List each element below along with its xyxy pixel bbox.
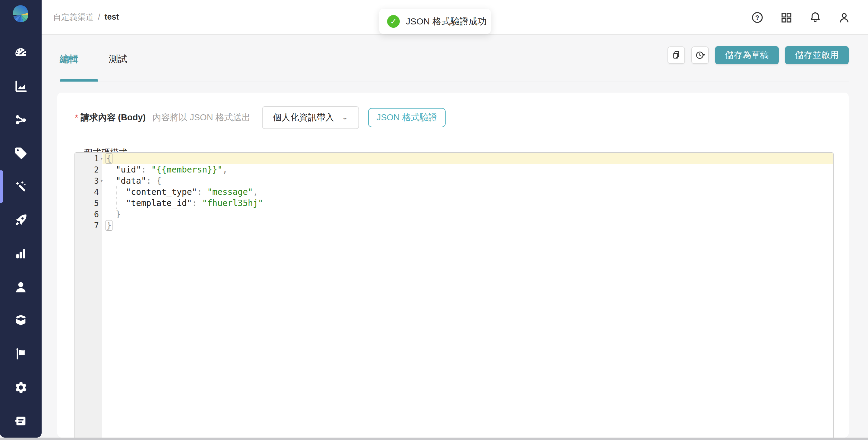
help-icon[interactable]: ? bbox=[751, 11, 764, 24]
line-number: 2 bbox=[75, 164, 102, 175]
user-profile-icon[interactable] bbox=[838, 11, 850, 24]
breadcrumb: 自定義渠道 / test bbox=[53, 12, 119, 23]
share-icon bbox=[14, 113, 28, 127]
sidebar bbox=[0, 0, 41, 438]
line-number: 1▾ bbox=[75, 153, 102, 164]
code-line[interactable]: "template_id": "fhuerl35hj" bbox=[102, 198, 833, 209]
success-toast: ✓ JSON 格式驗證成功 bbox=[379, 9, 491, 34]
sidebar-item-channels[interactable] bbox=[0, 103, 41, 136]
code-token: , bbox=[222, 165, 228, 175]
area-icon bbox=[14, 79, 28, 93]
code-token: } bbox=[105, 220, 113, 231]
sidebar-nav bbox=[0, 36, 41, 438]
history-button[interactable] bbox=[691, 47, 709, 64]
gauge-icon bbox=[14, 46, 28, 60]
logs-icon bbox=[14, 414, 28, 428]
json-code-editor[interactable]: 1▾23▾4567 { "uid": "{{membersn}}", "data… bbox=[74, 152, 834, 438]
wand-icon bbox=[14, 180, 28, 194]
flag-icon bbox=[14, 347, 28, 361]
code-token: "data" bbox=[116, 176, 146, 186]
sidebar-item-automation[interactable] bbox=[0, 170, 41, 203]
sidebar-item-campaigns[interactable] bbox=[0, 203, 41, 237]
line-number: 6 bbox=[75, 209, 102, 220]
sidebar-item-logs[interactable] bbox=[0, 404, 41, 438]
sidebar-item-members[interactable] bbox=[0, 270, 41, 304]
gear-icon bbox=[14, 381, 28, 394]
json-validate-button[interactable]: JSON 格式驗證 bbox=[368, 108, 445, 127]
code-token: { bbox=[105, 153, 113, 164]
sidebar-item-settings[interactable] bbox=[0, 371, 41, 404]
toolbar-actions: 儲存為草稿 儲存並啟用 bbox=[668, 46, 849, 64]
svg-text:?: ? bbox=[755, 13, 759, 21]
toast-message: JSON 格式驗證成功 bbox=[406, 16, 487, 28]
save-activate-button[interactable]: 儲存並啟用 bbox=[785, 46, 849, 64]
rocket-icon bbox=[14, 213, 28, 227]
code-token: "message" bbox=[207, 187, 253, 197]
code-line[interactable]: } bbox=[102, 209, 833, 220]
header-icons: ? bbox=[751, 0, 850, 35]
code-token: , bbox=[253, 187, 258, 197]
check-circle-icon: ✓ bbox=[387, 15, 400, 28]
required-mark: * bbox=[75, 113, 78, 123]
code-token: : bbox=[192, 198, 202, 208]
copy-button[interactable] bbox=[668, 47, 685, 64]
code-line[interactable]: { bbox=[102, 153, 833, 164]
code-token: } bbox=[105, 209, 121, 219]
tag-icon bbox=[14, 146, 28, 160]
copy-icon bbox=[671, 50, 681, 60]
content-card: * 請求內容 (Body) 內容將以 JSON 格式送出 個人化資訊帶入 ⌄ J… bbox=[57, 93, 849, 438]
editor-content[interactable]: { "uid": "{{membersn}}", "data": { "cont… bbox=[102, 153, 833, 231]
code-line[interactable]: "uid": "{{membersn}}", bbox=[102, 164, 833, 175]
logo-icon bbox=[11, 2, 30, 25]
code-token bbox=[105, 176, 116, 186]
tabs-row: 編輯 測試 儲存為草稿 儲存並啟用 bbox=[41, 35, 868, 83]
dropdown-value: 個人化資訊帶入 bbox=[273, 112, 334, 124]
notifications-bell-icon[interactable] bbox=[809, 11, 822, 24]
sidebar-item-dashboard[interactable] bbox=[0, 36, 41, 69]
code-token: : bbox=[141, 165, 151, 175]
bars-icon bbox=[14, 247, 28, 261]
chevron-down-icon: ⌄ bbox=[342, 114, 348, 121]
code-token bbox=[105, 198, 126, 208]
indent-guide bbox=[116, 186, 117, 198]
code-token: "content_type" bbox=[126, 187, 197, 197]
body-field-row: * 請求內容 (Body) 內容將以 JSON 格式送出 個人化資訊帶入 ⌄ J… bbox=[75, 106, 445, 129]
window-bottom-strip bbox=[0, 438, 868, 440]
package-icon bbox=[14, 314, 28, 327]
save-draft-button[interactable]: 儲存為草稿 bbox=[715, 46, 779, 64]
code-token: : bbox=[197, 187, 207, 197]
apps-grid-icon[interactable] bbox=[780, 11, 793, 24]
sidebar-item-reports[interactable] bbox=[0, 237, 41, 270]
breadcrumb-section[interactable]: 自定義渠道 bbox=[53, 12, 94, 23]
sidebar-item-goals[interactable] bbox=[0, 337, 41, 371]
sidebar-item-products[interactable] bbox=[0, 304, 41, 337]
line-number: 5 bbox=[75, 198, 102, 209]
breadcrumb-current: test bbox=[104, 12, 119, 22]
indent-guide bbox=[116, 198, 117, 209]
editor-gutter: 1▾23▾4567 bbox=[75, 153, 102, 438]
person-icon bbox=[14, 280, 28, 294]
code-token bbox=[105, 165, 116, 175]
sidebar-item-analytics[interactable] bbox=[0, 69, 41, 103]
history-clock-icon bbox=[695, 50, 705, 60]
code-token: : { bbox=[146, 176, 162, 186]
code-line[interactable]: } bbox=[102, 220, 833, 231]
code-token bbox=[105, 187, 126, 197]
code-token: "{{membersn}}" bbox=[151, 165, 222, 175]
tab-edit[interactable]: 編輯 bbox=[60, 53, 79, 74]
line-number: 7 bbox=[75, 220, 102, 231]
app-logo[interactable] bbox=[0, 0, 41, 27]
breadcrumb-separator: / bbox=[98, 12, 100, 22]
code-line[interactable]: "data": { bbox=[102, 175, 833, 186]
field-label: 請求內容 (Body) bbox=[81, 112, 146, 124]
code-line[interactable]: "content_type": "message", bbox=[102, 186, 833, 198]
code-token: "uid" bbox=[116, 165, 141, 175]
code-token: "fhuerl35hj" bbox=[202, 198, 263, 208]
field-hint: 內容將以 JSON 格式送出 bbox=[152, 112, 250, 124]
line-number: 4 bbox=[75, 186, 102, 198]
code-token: "template_id" bbox=[126, 198, 192, 208]
tab-test[interactable]: 測試 bbox=[108, 53, 127, 74]
line-number: 3▾ bbox=[75, 175, 102, 186]
sidebar-item-tags[interactable] bbox=[0, 136, 41, 170]
personalization-dropdown[interactable]: 個人化資訊帶入 ⌄ bbox=[262, 106, 359, 129]
